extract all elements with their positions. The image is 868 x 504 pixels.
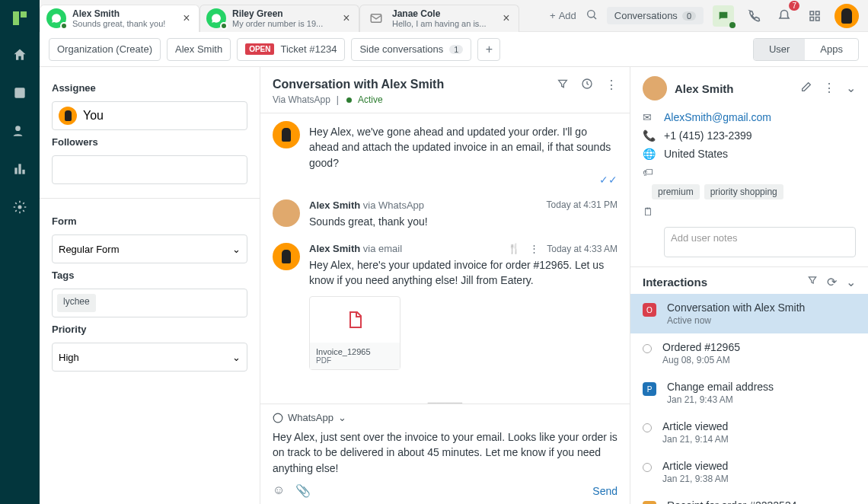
avatar [273,121,300,148]
tab-close-icon[interactable]: × [340,11,353,25]
form-label: Form [52,215,247,227]
food-icon: 🍴 [508,243,520,254]
user-panel: Alex Smith ⋮ ⌄ ✉AlexSmith@gmail.com 📞+1 … [630,67,868,504]
message-time: Today at 4:31 PM [547,199,617,211]
add-tab-label: Add [559,10,576,21]
search-icon[interactable] [586,8,598,24]
composer-channel[interactable]: WhatsApp ⌄ [273,412,617,423]
interaction-item[interactable]: PChange email addressJan 21, 9:43 AM [630,373,868,413]
svg-rect-0 [14,88,24,97]
apps-icon[interactable] [804,5,825,27]
followers-label: Followers [52,136,247,148]
conversations-button[interactable]: Conversations0 [607,7,704,24]
home-icon[interactable] [9,44,30,65]
tag-chip: premium [652,184,700,199]
interactions-title: Interactions [643,276,707,289]
message-author: Alex Smith [309,243,360,254]
followers-input[interactable] [52,155,247,184]
tab-subtitle: Sounds great, thank you! [72,19,174,28]
attachment-icon[interactable]: 📎 [295,483,311,498]
svg-point-1 [15,126,21,131]
emoji-icon[interactable]: ☺ [273,483,285,498]
resize-handle[interactable]: ──── [260,396,630,404]
chevron-down-icon[interactable]: ⌄ [846,275,856,289]
assignee-field[interactable]: You [52,101,247,130]
filter-icon[interactable] [557,78,569,93]
tags-input[interactable]: lychee [52,289,247,317]
message-via: via email [363,243,402,254]
user-phone: +1 (415) 123-2399 [664,129,752,142]
user-notes-input[interactable]: Add user notes [664,227,856,257]
send-button[interactable]: Send [592,485,617,497]
chevron-down-icon: ⌄ [232,244,241,255]
message-text: Hey Alex, we've gone ahead and updated y… [309,124,617,171]
status-badge [643,423,652,432]
brand-logo [11,9,29,27]
customers-icon[interactable] [9,120,30,142]
interaction-item[interactable]: OConversation with Alex SmithActive now [630,294,868,333]
reports-icon[interactable] [9,158,30,180]
composer-input[interactable]: Hey Alex, just sent over the invoice to … [273,429,617,476]
views-icon[interactable] [9,82,30,104]
breadcrumb-ticket[interactable]: OPENTicket #1234 [237,38,345,61]
panel-tab-apps[interactable]: Apps [805,39,858,60]
chevron-down-icon[interactable]: ⌄ [846,81,856,96]
interaction-item[interactable]: Article viewedJan 21, 9:14 AM [630,413,868,452]
svg-rect-3 [18,164,21,174]
more-icon[interactable]: ⋮ [605,78,617,93]
svg-point-5 [18,206,22,209]
panel-tab-user[interactable]: User [754,39,805,60]
phone-icon[interactable] [743,5,764,27]
chat-icon[interactable] [713,5,734,27]
breadcrumb-user[interactable]: Alex Smith [167,38,231,61]
add-tab-button[interactable]: + Add [550,10,576,21]
tag-chip: lychee [57,294,96,312]
email-icon [366,8,386,28]
conversation-tab[interactable]: Riley GreenMy order number is 19... × [199,5,359,32]
user-name: Alex Smith [675,82,793,95]
attachment[interactable]: Invoice_12965PDF [309,296,400,370]
tags-label: Tags [52,270,247,281]
notifications-icon[interactable]: 7 [774,5,795,27]
interaction-item[interactable]: Article viewedJan 21, 9:38 AM [630,452,868,492]
settings-icon[interactable] [9,196,30,218]
user-email[interactable]: AlexSmith@gmail.com [664,111,771,123]
interaction-item[interactable]: SReceipt for order #2232534 [630,492,868,504]
conversation-tab[interactable]: Alex SmithSounds great, thank you! × [40,5,199,32]
priority-select[interactable]: High⌄ [52,343,247,372]
tab-close-icon[interactable]: × [500,11,512,25]
side-conversations-button[interactable]: Side conversations1 [351,38,471,61]
user-country: United States [664,148,728,160]
more-icon[interactable]: ⋮ [529,243,539,254]
chevron-down-icon: ⌄ [232,352,241,363]
status-badge: S [643,501,656,504]
tab-close-icon[interactable]: × [180,11,193,25]
refresh-icon[interactable]: ⟳ [827,275,837,289]
edit-icon[interactable] [800,81,812,96]
conversations-label: Conversations [614,10,678,21]
breadcrumb-org[interactable]: Organization (Create) [49,38,161,61]
avatar [643,76,667,100]
conversation-tab[interactable]: Janae ColeHello, I am having an is... × [359,5,519,32]
avatar [273,243,300,270]
globe-icon: 🌐 [643,148,655,160]
breadcrumb: Organization (Create) Alex Smith OPENTic… [40,32,868,67]
tab-title: Janae Cole [392,8,494,19]
whatsapp-icon [206,8,226,28]
tag-icon: 🏷 [643,166,655,178]
svg-point-13 [273,413,282,423]
conversation-title: Conversation with Alex Smith [273,78,444,91]
history-icon[interactable] [581,78,593,93]
interaction-item[interactable]: Ordered #12965Aug 08, 9:05 AM [630,333,868,373]
filter-icon[interactable] [807,275,818,289]
assignee-value: You [83,109,104,123]
message-via: via WhatsApp [363,199,424,211]
message-author: Alex Smith [309,199,360,211]
svg-rect-9 [816,11,820,15]
conversations-count: 0 [682,11,696,21]
user-avatar[interactable] [834,4,859,28]
more-icon[interactable]: ⋮ [823,81,835,96]
left-nav [0,0,40,504]
add-side-conversation-button[interactable]: + [477,38,500,61]
form-select[interactable]: Regular Form⌄ [52,234,247,263]
